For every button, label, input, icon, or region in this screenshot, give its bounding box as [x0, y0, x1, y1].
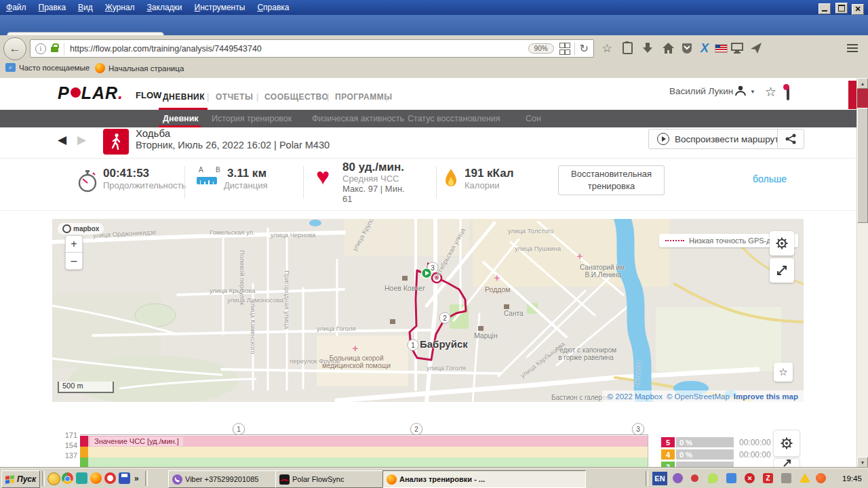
- nav-programs[interactable]: ПРОГРАММЫ: [335, 92, 392, 102]
- attr-osm[interactable]: © OpenStreetMap: [667, 392, 730, 401]
- info-icon[interactable]: i: [35, 43, 46, 54]
- more-link[interactable]: больше: [753, 174, 787, 184]
- route-markers: 1 2 3: [408, 262, 450, 350]
- reload-icon[interactable]: ↻: [580, 42, 589, 55]
- quicklaunch-firefox-icon[interactable]: [90, 472, 102, 484]
- nav-reports[interactable]: ОТЧЕТЫ: [216, 92, 253, 102]
- language-indicator[interactable]: EN: [652, 472, 667, 485]
- bookmark-frequent[interactable]: ⌕ Часто посещаемые: [5, 63, 90, 72]
- play-route-button[interactable]: Воспроизвести маршрут: [648, 129, 788, 149]
- nav-community[interactable]: СООБЩЕСТВО: [264, 92, 328, 102]
- scrollbar-thumb[interactable]: [857, 108, 868, 223]
- attr-improve-link[interactable]: Improve this map: [734, 392, 798, 401]
- svg-text:2: 2: [443, 314, 447, 322]
- task-browser-active[interactable]: Анализ тренировки - ...: [382, 470, 586, 488]
- tray-leaf-icon[interactable]: [708, 473, 718, 483]
- user-name[interactable]: Василий Лукин: [669, 86, 733, 96]
- start-button[interactable]: Пуск: [1, 470, 40, 488]
- subnav-history[interactable]: История тренировок: [212, 114, 292, 123]
- menu-tools[interactable]: Инструменты: [189, 0, 252, 12]
- downloads-icon[interactable]: [640, 41, 655, 56]
- quicklaunch-app-icon[interactable]: [76, 472, 87, 484]
- polar-logo[interactable]: PLAR.: [58, 83, 123, 103]
- task-viber[interactable]: Viber +375299201085: [168, 470, 277, 488]
- nav-diary[interactable]: ДНЕВНИК: [163, 92, 205, 102]
- hamburger-menu-icon[interactable]: [845, 41, 860, 56]
- tray-gray-icon[interactable]: [781, 473, 791, 483]
- share-button[interactable]: [777, 129, 804, 149]
- bookmark-star-icon[interactable]: ☆: [599, 41, 614, 56]
- map-settings-button[interactable]: [770, 231, 794, 256]
- url-bar[interactable]: i https://flow.polar.com/training/analys…: [30, 39, 594, 58]
- minimize-button[interactable]: [818, 3, 831, 14]
- screenshot-monitor-icon[interactable]: [730, 41, 745, 56]
- zoom-level-badge[interactable]: 90%: [528, 43, 554, 54]
- hr-chart[interactable]: 1 2 3 Значение ЧСС [уд./мин.] 171 154 13…: [0, 420, 856, 468]
- tray-blue-icon[interactable]: [726, 473, 736, 483]
- map-street-label: улица Чернова: [271, 231, 315, 239]
- map-fullscreen-button[interactable]: [770, 258, 794, 283]
- map-canvas[interactable]: + + + 1 2 3 улица Орджоникидзе Гомель: [52, 219, 804, 402]
- subnav-sleep[interactable]: Сон: [526, 114, 541, 123]
- url-divider: [64, 43, 64, 55]
- subnav-diary[interactable]: Дневник: [163, 114, 199, 123]
- x-extension-icon[interactable]: X: [697, 41, 712, 56]
- bookmark-home-page[interactable]: Начальная страница: [95, 63, 184, 73]
- menu-file[interactable]: Файл: [0, 0, 33, 12]
- tray-red-icon[interactable]: [691, 474, 698, 482]
- tray-warning-icon[interactable]: [800, 473, 810, 483]
- chart-settings-button[interactable]: [773, 430, 800, 457]
- restore-button[interactable]: [835, 3, 848, 14]
- tray-flash-icon[interactable]: Z: [763, 473, 773, 483]
- menu-bookmarks[interactable]: Закладки: [141, 0, 189, 12]
- map-zoom-out-button[interactable]: –: [65, 252, 83, 270]
- us-flag-icon[interactable]: [713, 41, 728, 56]
- favorites-star-icon[interactable]: ☆: [765, 84, 776, 100]
- prev-session-arrow[interactable]: ◀: [58, 133, 66, 147]
- map-place-label: Санаторий им. В.И.Ленина: [580, 264, 627, 279]
- map-city-label: Бабруйск: [420, 338, 468, 350]
- subnav-activity[interactable]: Физическая активность: [312, 114, 404, 123]
- y-axis-label: 171: [62, 431, 77, 439]
- close-button[interactable]: ✕: [852, 4, 864, 15]
- menu-view[interactable]: Вид: [72, 0, 99, 12]
- gear-icon: [775, 237, 789, 250]
- grid-icon[interactable]: [559, 43, 569, 55]
- quicklaunch-daemon-icon[interactable]: [47, 472, 60, 485]
- send-tab-icon[interactable]: [749, 41, 764, 56]
- menu-history[interactable]: Журнал: [99, 0, 141, 12]
- menu-edit[interactable]: Правка: [33, 0, 73, 12]
- chart-km-marker-2: 2: [410, 423, 422, 435]
- tray-viber-icon[interactable]: [673, 473, 683, 483]
- taskbar-clock: 19:45: [842, 474, 862, 483]
- tray-antivirus-icon[interactable]: ✕: [745, 473, 755, 483]
- map-favorite-button[interactable]: ☆: [774, 363, 793, 382]
- notifications-icon[interactable]: [787, 87, 789, 100]
- task-polar-flowsync[interactable]: Polar FlowSync: [275, 470, 384, 488]
- quicklaunch-overflow-chevron[interactable]: »: [134, 474, 139, 483]
- quicklaunch-save-icon[interactable]: [119, 472, 130, 484]
- home-icon[interactable]: [660, 41, 675, 56]
- user-avatar-icon[interactable]: [734, 85, 747, 100]
- back-button[interactable]: ←: [3, 37, 26, 60]
- tray-avira-icon[interactable]: [816, 473, 826, 483]
- windows-flag-icon: [5, 475, 14, 483]
- map-zoom-in-button[interactable]: +: [65, 235, 83, 253]
- attr-mapbox[interactable]: © 2022 Mapbox: [608, 392, 663, 401]
- pocket-icon[interactable]: [679, 41, 694, 56]
- scroll-up-arrow[interactable]: ▲: [857, 78, 868, 89]
- url-text[interactable]: https://flow.polar.com/training/analysis…: [70, 44, 528, 54]
- menu-help[interactable]: Справка: [251, 0, 295, 12]
- quicklaunch-chrome-icon[interactable]: [62, 472, 73, 484]
- quicklaunch-opera-icon[interactable]: [104, 472, 116, 484]
- page-scrollbar[interactable]: ▲ ▼: [856, 78, 868, 468]
- chart-plot-area[interactable]: Значение ЧСС [уд./мин.]: [80, 434, 648, 468]
- mapbox-logo[interactable]: mapbox: [58, 223, 104, 235]
- next-session-arrow[interactable]: ▶: [77, 133, 86, 147]
- scroll-down-arrow[interactable]: ▼: [857, 457, 868, 468]
- grid-sq: [559, 43, 565, 48]
- subnav-recovery[interactable]: Статус восстановления: [408, 114, 500, 123]
- user-dropdown-chevron-icon[interactable]: ▼: [750, 89, 755, 95]
- clipboard-icon[interactable]: [620, 41, 635, 56]
- chart-fullscreen-button[interactable]: [773, 458, 800, 468]
